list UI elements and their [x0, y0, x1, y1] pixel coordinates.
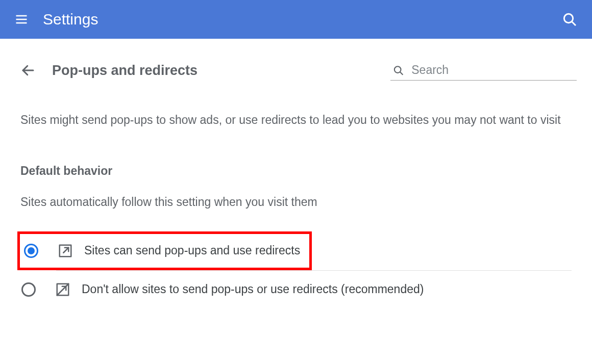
svg-line-7	[400, 72, 403, 75]
svg-point-6	[394, 66, 401, 73]
svg-line-9	[63, 247, 68, 252]
svg-line-11	[57, 283, 69, 295]
section-label: Default behavior	[20, 164, 572, 178]
page-description: Sites might send pop-ups to show ads, or…	[20, 111, 561, 129]
page-title: Pop-ups and redirects	[52, 63, 390, 79]
header-title: Settings	[43, 11, 558, 28]
back-arrow-icon[interactable]	[18, 61, 38, 80]
option-block-popups[interactable]: Don't allow sites to send pop-ups or use…	[20, 271, 572, 308]
options-group: Sites can send pop-ups and use redirects…	[20, 231, 572, 308]
option-label: Don't allow sites to send pop-ups or use…	[82, 282, 424, 296]
app-header: Settings	[0, 0, 592, 39]
highlight-annotation: Sites can send pop-ups and use redirects	[17, 231, 312, 270]
popup-block-icon	[55, 282, 70, 297]
popup-allow-icon	[58, 243, 73, 258]
radio-selected-icon[interactable]	[24, 244, 38, 258]
search-field[interactable]	[390, 60, 577, 81]
search-icon	[392, 64, 404, 77]
radio-unselected-icon[interactable]	[21, 282, 36, 297]
svg-line-4	[572, 21, 576, 25]
option-allow-popups[interactable]: Sites can send pop-ups and use redirects	[20, 234, 304, 268]
hamburger-menu-icon[interactable]	[11, 9, 32, 30]
section-sublabel: Sites automatically follow this setting …	[20, 195, 572, 209]
page-subheader: Pop-ups and redirects	[0, 39, 592, 81]
option-label: Sites can send pop-ups and use redirects	[84, 244, 300, 257]
search-icon[interactable]	[558, 8, 581, 31]
search-input[interactable]	[411, 63, 575, 77]
page-content: Sites might send pop-ups to show ads, or…	[0, 81, 592, 308]
svg-point-3	[564, 14, 573, 22]
